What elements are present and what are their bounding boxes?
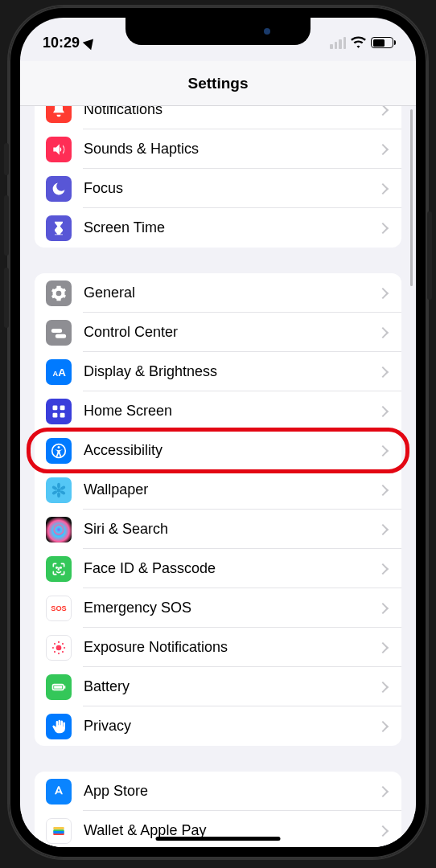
settings-row-exposure-notifications[interactable]: Exposure Notifications: [35, 628, 401, 667]
status-right: [330, 35, 393, 51]
wallet-icon: [46, 818, 72, 844]
chevron-right-icon: [377, 326, 389, 338]
chevron-right-icon: [377, 641, 389, 653]
moon-icon: [46, 176, 72, 202]
settings-row-face-id-passcode[interactable]: Face ID & Passcode: [35, 549, 401, 588]
chevron-right-icon: [377, 484, 389, 495]
nav-header: Settings: [20, 61, 416, 106]
chevron-right-icon: [377, 523, 389, 534]
power-button: [427, 211, 432, 300]
status-left: 10:29: [43, 35, 96, 51]
phone-frame: 10:29 Settings NotificationsSounds & Hap…: [9, 6, 427, 858]
row-label: Screen Time: [84, 219, 379, 236]
toggles-icon: [46, 320, 72, 346]
front-camera: [264, 28, 270, 35]
volume-up-button: [4, 195, 9, 256]
svg-rect-4: [53, 412, 58, 417]
row-label: Display & Brightness: [84, 363, 379, 380]
screen: 10:29 Settings NotificationsSounds & Hap…: [20, 18, 416, 847]
chevron-right-icon: [377, 785, 389, 796]
mute-switch: [4, 143, 9, 175]
svg-rect-34: [53, 831, 64, 833]
settings-row-display-brightness[interactable]: AADisplay & Brightness: [35, 352, 401, 391]
settings-row-general[interactable]: General: [35, 273, 401, 313]
chevron-right-icon: [377, 720, 389, 731]
cellular-icon: [330, 37, 346, 49]
battery-icon: [371, 37, 393, 48]
svg-point-7: [58, 445, 60, 448]
svg-point-17: [60, 567, 61, 567]
svg-point-20: [58, 641, 60, 642]
clock: 10:29: [43, 35, 80, 51]
home-indicator[interactable]: [156, 837, 281, 841]
svg-point-21: [61, 642, 64, 645]
settings-group: App StoreWallet & Apple Pay: [35, 772, 401, 847]
sos-icon: SOS: [46, 596, 72, 621]
svg-rect-5: [60, 412, 65, 417]
svg-point-19: [56, 645, 62, 650]
row-label: Sounds & Haptics: [84, 141, 379, 158]
settings-row-focus[interactable]: Focus: [35, 169, 401, 208]
svg-point-8: [57, 488, 61, 492]
faceid-icon: [46, 556, 72, 582]
chevron-right-icon: [377, 222, 389, 233]
svg-point-9: [57, 482, 60, 488]
row-label: General: [84, 285, 379, 301]
page-title: Settings: [188, 75, 249, 92]
chevron-right-icon: [377, 366, 389, 377]
row-label: Emergency SOS: [84, 600, 379, 616]
svg-point-24: [58, 653, 60, 654]
settings-row-notifications[interactable]: Notifications: [35, 106, 401, 129]
text-size-icon: AA: [46, 359, 72, 385]
row-label: Siri & Search: [84, 521, 379, 538]
settings-row-siri-search[interactable]: Siri & Search: [35, 510, 401, 549]
exposure-icon: [46, 635, 72, 661]
chevron-right-icon: [377, 143, 389, 154]
settings-row-control-center[interactable]: Control Center: [35, 313, 401, 352]
svg-text:A: A: [58, 366, 66, 379]
settings-row-privacy[interactable]: Privacy: [35, 706, 401, 746]
svg-point-23: [61, 650, 64, 653]
chevron-right-icon: [377, 563, 389, 574]
row-label: Wallpaper: [84, 481, 379, 498]
row-label: Privacy: [84, 718, 379, 735]
gear-icon: [46, 280, 72, 306]
svg-rect-30: [64, 686, 66, 688]
hourglass-icon: [46, 215, 72, 241]
settings-row-screen-time[interactable]: Screen Time: [35, 208, 401, 248]
row-label: Battery: [84, 678, 379, 695]
svg-rect-3: [60, 405, 65, 410]
bell-icon: [46, 106, 72, 123]
row-label: Face ID & Passcode: [84, 560, 379, 577]
row-label: Home Screen: [84, 403, 379, 420]
notch: [125, 18, 311, 45]
settings-row-wallet-apple-pay[interactable]: Wallet & Apple Pay: [35, 811, 401, 847]
svg-text:SOS: SOS: [51, 604, 66, 612]
settings-group: NotificationsSounds & HapticsFocusScreen…: [35, 106, 401, 248]
chevron-right-icon: [377, 106, 389, 116]
row-label: Focus: [84, 180, 379, 197]
grid-icon: [46, 399, 72, 424]
svg-point-25: [53, 650, 56, 653]
settings-list[interactable]: NotificationsSounds & HapticsFocusScreen…: [20, 106, 416, 847]
chevron-right-icon: [377, 444, 389, 456]
settings-row-emergency-sos[interactable]: SOSEmergency SOS: [35, 588, 401, 628]
row-label: App Store: [84, 783, 379, 800]
settings-row-sounds-haptics[interactable]: Sounds & Haptics: [35, 129, 401, 169]
scroll-indicator[interactable]: [410, 109, 413, 286]
settings-row-home-screen[interactable]: Home Screen: [35, 391, 401, 431]
chevron-right-icon: [377, 602, 389, 613]
svg-point-15: [53, 524, 64, 534]
accessibility-icon: [46, 438, 72, 464]
svg-point-16: [56, 567, 57, 567]
row-label: Notifications: [84, 106, 379, 118]
svg-point-26: [52, 646, 54, 648]
settings-row-wallpaper[interactable]: Wallpaper: [35, 470, 401, 510]
settings-row-app-store[interactable]: App Store: [35, 772, 401, 811]
svg-rect-31: [53, 827, 64, 829]
settings-group: GeneralControl CenterAADisplay & Brightn…: [35, 273, 401, 746]
settings-row-accessibility[interactable]: Accessibility: [35, 431, 401, 470]
row-label: Exposure Notifications: [84, 639, 379, 656]
chevron-right-icon: [377, 182, 389, 194]
settings-row-battery[interactable]: Battery: [35, 667, 401, 706]
